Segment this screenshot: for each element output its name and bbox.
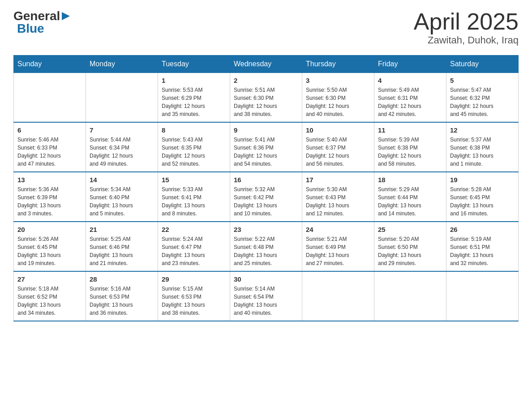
calendar-cell — [302, 271, 374, 321]
calendar-cell: 5Sunrise: 5:47 AMSunset: 6:32 PMDaylight… — [446, 73, 519, 123]
calendar-week-3: 13Sunrise: 5:36 AMSunset: 6:39 PMDayligh… — [14, 172, 519, 222]
logo: General Blue — [13, 9, 71, 36]
calendar-header: SundayMondayTuesdayWednesdayThursdayFrid… — [14, 56, 519, 73]
calendar-week-1: 1Sunrise: 5:53 AMSunset: 6:29 PMDaylight… — [14, 73, 519, 123]
day-info: Sunrise: 5:22 AMSunset: 6:48 PMDaylight:… — [234, 235, 298, 267]
day-header-sunday: Sunday — [14, 56, 86, 73]
day-info: Sunrise: 5:24 AMSunset: 6:47 PMDaylight:… — [162, 235, 226, 267]
month-year-title: April 2025 — [414, 9, 519, 34]
calendar-cell: 20Sunrise: 5:26 AMSunset: 6:45 PMDayligh… — [14, 222, 86, 271]
day-number: 23 — [234, 226, 298, 233]
calendar-week-2: 6Sunrise: 5:46 AMSunset: 6:33 PMDaylight… — [14, 122, 519, 172]
day-number: 17 — [306, 176, 370, 184]
day-number: 6 — [17, 126, 82, 134]
day-number: 11 — [378, 126, 442, 134]
day-info: Sunrise: 5:19 AMSunset: 6:51 PMDaylight:… — [450, 235, 515, 267]
day-number: 20 — [17, 226, 82, 233]
day-info: Sunrise: 5:43 AMSunset: 6:35 PMDaylight:… — [162, 136, 226, 168]
day-info: Sunrise: 5:33 AMSunset: 6:41 PMDaylight:… — [162, 185, 226, 218]
day-info: Sunrise: 5:46 AMSunset: 6:33 PMDaylight:… — [17, 136, 82, 168]
calendar-cell: 13Sunrise: 5:36 AMSunset: 6:39 PMDayligh… — [14, 172, 86, 222]
title-section: April 2025 Zawitah, Duhok, Iraq — [414, 9, 519, 46]
day-info: Sunrise: 5:49 AMSunset: 6:31 PMDaylight:… — [378, 86, 442, 118]
day-number: 7 — [90, 126, 154, 134]
day-info: Sunrise: 5:36 AMSunset: 6:39 PMDaylight:… — [17, 185, 82, 218]
calendar-cell: 25Sunrise: 5:20 AMSunset: 6:50 PMDayligh… — [374, 222, 446, 271]
day-info: Sunrise: 5:34 AMSunset: 6:40 PMDaylight:… — [90, 185, 154, 218]
day-number: 2 — [234, 77, 298, 84]
day-info: Sunrise: 5:47 AMSunset: 6:32 PMDaylight:… — [450, 86, 515, 118]
day-number: 1 — [162, 77, 226, 84]
calendar-cell: 4Sunrise: 5:49 AMSunset: 6:31 PMDaylight… — [374, 73, 446, 123]
day-info: Sunrise: 5:53 AMSunset: 6:29 PMDaylight:… — [162, 86, 226, 118]
day-info: Sunrise: 5:29 AMSunset: 6:44 PMDaylight:… — [378, 185, 442, 218]
calendar-cell: 21Sunrise: 5:25 AMSunset: 6:46 PMDayligh… — [86, 222, 158, 271]
page-header: General Blue April 2025 Zawitah, Duhok, … — [13, 9, 519, 46]
day-number: 12 — [450, 126, 515, 134]
calendar-cell: 7Sunrise: 5:44 AMSunset: 6:34 PMDaylight… — [86, 122, 158, 172]
calendar-cell: 15Sunrise: 5:33 AMSunset: 6:41 PMDayligh… — [158, 172, 230, 222]
day-number: 10 — [306, 126, 370, 134]
day-header-monday: Monday — [86, 56, 158, 73]
calendar-cell: 28Sunrise: 5:16 AMSunset: 6:53 PMDayligh… — [86, 271, 158, 321]
calendar-cell: 10Sunrise: 5:40 AMSunset: 6:37 PMDayligh… — [302, 122, 374, 172]
day-number: 15 — [162, 176, 226, 184]
calendar-cell: 11Sunrise: 5:39 AMSunset: 6:38 PMDayligh… — [374, 122, 446, 172]
day-headers-row: SundayMondayTuesdayWednesdayThursdayFrid… — [14, 56, 519, 73]
calendar-week-4: 20Sunrise: 5:26 AMSunset: 6:45 PMDayligh… — [14, 222, 519, 271]
calendar-cell: 27Sunrise: 5:18 AMSunset: 6:52 PMDayligh… — [14, 271, 86, 321]
day-number: 8 — [162, 126, 226, 134]
calendar-table: SundayMondayTuesdayWednesdayThursdayFrid… — [13, 55, 519, 321]
day-number: 19 — [450, 176, 515, 184]
day-number: 29 — [162, 275, 226, 283]
day-info: Sunrise: 5:30 AMSunset: 6:43 PMDaylight:… — [306, 185, 370, 218]
calendar-cell: 12Sunrise: 5:37 AMSunset: 6:38 PMDayligh… — [446, 122, 519, 172]
calendar-cell: 30Sunrise: 5:14 AMSunset: 6:54 PMDayligh… — [230, 271, 302, 321]
day-number: 3 — [306, 77, 370, 84]
day-number: 4 — [378, 77, 442, 84]
calendar-cell: 22Sunrise: 5:24 AMSunset: 6:47 PMDayligh… — [158, 222, 230, 271]
day-info: Sunrise: 5:14 AMSunset: 6:54 PMDaylight:… — [234, 285, 298, 317]
calendar-cell: 19Sunrise: 5:28 AMSunset: 6:45 PMDayligh… — [446, 172, 519, 222]
day-info: Sunrise: 5:41 AMSunset: 6:36 PMDaylight:… — [234, 136, 298, 168]
day-number: 5 — [450, 77, 515, 84]
day-info: Sunrise: 5:16 AMSunset: 6:53 PMDaylight:… — [90, 285, 154, 317]
day-number: 30 — [234, 275, 298, 283]
day-info: Sunrise: 5:40 AMSunset: 6:37 PMDaylight:… — [306, 136, 370, 168]
day-info: Sunrise: 5:32 AMSunset: 6:42 PMDaylight:… — [234, 185, 298, 218]
day-number: 28 — [90, 275, 154, 283]
day-info: Sunrise: 5:28 AMSunset: 6:45 PMDaylight:… — [450, 185, 515, 218]
calendar-week-5: 27Sunrise: 5:18 AMSunset: 6:52 PMDayligh… — [14, 271, 519, 321]
svg-marker-0 — [62, 12, 70, 20]
day-header-tuesday: Tuesday — [158, 56, 230, 73]
calendar-cell: 2Sunrise: 5:51 AMSunset: 6:30 PMDaylight… — [230, 73, 302, 123]
day-number: 24 — [306, 226, 370, 233]
calendar-cell: 6Sunrise: 5:46 AMSunset: 6:33 PMDaylight… — [14, 122, 86, 172]
day-number: 27 — [17, 275, 82, 283]
calendar-cell: 14Sunrise: 5:34 AMSunset: 6:40 PMDayligh… — [86, 172, 158, 222]
day-info: Sunrise: 5:15 AMSunset: 6:53 PMDaylight:… — [162, 285, 226, 317]
location-subtitle: Zawitah, Duhok, Iraq — [414, 34, 519, 46]
day-info: Sunrise: 5:18 AMSunset: 6:52 PMDaylight:… — [17, 285, 82, 317]
day-info: Sunrise: 5:20 AMSunset: 6:50 PMDaylight:… — [378, 235, 442, 267]
calendar-cell: 3Sunrise: 5:50 AMSunset: 6:30 PMDaylight… — [302, 73, 374, 123]
day-info: Sunrise: 5:21 AMSunset: 6:49 PMDaylight:… — [306, 235, 370, 267]
day-info: Sunrise: 5:50 AMSunset: 6:30 PMDaylight:… — [306, 86, 370, 118]
calendar-cell — [374, 271, 446, 321]
day-info: Sunrise: 5:51 AMSunset: 6:30 PMDaylight:… — [234, 86, 298, 118]
calendar-cell: 8Sunrise: 5:43 AMSunset: 6:35 PMDaylight… — [158, 122, 230, 172]
day-number: 22 — [162, 226, 226, 233]
day-number: 9 — [234, 126, 298, 134]
day-number: 26 — [450, 226, 515, 233]
day-number: 25 — [378, 226, 442, 233]
day-header-friday: Friday — [374, 56, 446, 73]
day-number: 13 — [17, 176, 82, 184]
day-info: Sunrise: 5:26 AMSunset: 6:45 PMDaylight:… — [17, 235, 82, 267]
day-header-thursday: Thursday — [302, 56, 374, 73]
calendar-cell: 1Sunrise: 5:53 AMSunset: 6:29 PMDaylight… — [158, 73, 230, 123]
calendar-cell: 23Sunrise: 5:22 AMSunset: 6:48 PMDayligh… — [230, 222, 302, 271]
day-info: Sunrise: 5:44 AMSunset: 6:34 PMDaylight:… — [90, 136, 154, 168]
day-number: 18 — [378, 176, 442, 184]
day-number: 21 — [90, 226, 154, 233]
calendar-cell: 18Sunrise: 5:29 AMSunset: 6:44 PMDayligh… — [374, 172, 446, 222]
